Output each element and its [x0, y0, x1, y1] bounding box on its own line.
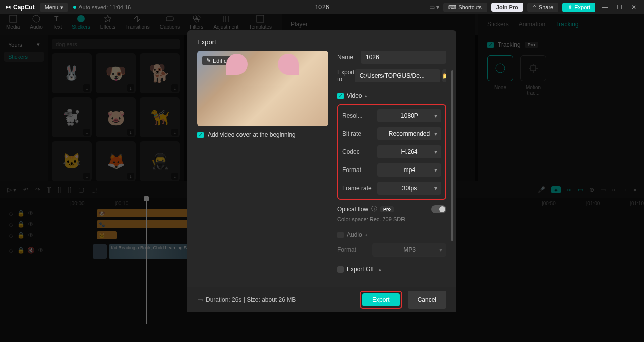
resolution-select[interactable]: 1080P	[377, 109, 441, 122]
capcut-icon	[5, 4, 11, 10]
video-section-label: Video	[347, 92, 362, 99]
export-button-highlight: Export	[360, 291, 403, 309]
folder-icon: 📁	[442, 72, 446, 79]
cover-preview: ✎Edit cover	[197, 51, 328, 126]
exportto-field[interactable]	[355, 69, 440, 82]
export-confirm-button[interactable]: Export	[362, 293, 400, 306]
codec-label: Codec	[342, 148, 377, 155]
cancel-button[interactable]: Cancel	[408, 291, 446, 309]
name-label: Name	[337, 54, 361, 61]
add-cover-label: Add video cover at the beginning	[208, 131, 296, 138]
export-button-top[interactable]: ⇪ Export	[562, 3, 595, 12]
format-select[interactable]: mp4	[377, 163, 441, 177]
caret-up-icon[interactable]: ▴	[379, 267, 381, 272]
name-field[interactable]	[361, 51, 446, 64]
format-label: Format	[342, 166, 377, 174]
optical-flow-toggle[interactable]	[431, 205, 446, 213]
exportto-label: Export to	[337, 69, 355, 83]
add-cover-checkbox[interactable]: ✓	[197, 132, 204, 138]
audio-section-label: Audio	[347, 231, 362, 238]
resolution-label: Resol...	[342, 112, 377, 119]
frame-icon: ▭	[197, 296, 203, 303]
app-logo: CapCut	[5, 4, 35, 11]
status-dot-icon	[73, 6, 76, 9]
framerate-label: Frame rate	[342, 185, 377, 192]
bitrate-select[interactable]: Recommended	[377, 127, 441, 140]
audio-format-select: MP3	[372, 243, 446, 256]
layout-icon[interactable]: ▭ ▾	[429, 4, 439, 11]
menu-button[interactable]: Menu ▾	[40, 3, 69, 12]
colorspace-info: Color space: Rec. 709 SDR	[337, 216, 446, 222]
video-settings-highlight: Resol...1080P Bit rateRecommended CodecH…	[337, 104, 446, 200]
audio-format-label: Format	[337, 246, 372, 253]
info-icon[interactable]: ⓘ	[371, 205, 377, 213]
optical-flow-label: Optical flow	[337, 206, 368, 213]
keyboard-icon: ⌨	[448, 4, 456, 11]
scrollbar[interactable]	[451, 70, 453, 241]
chevron-down-icon: ▾	[60, 4, 63, 11]
maximize-icon[interactable]: ☐	[614, 4, 625, 11]
export-dialog: Export ✎Edit cover ✓ Add video cover at …	[187, 30, 456, 312]
export-icon: ⇪	[568, 4, 572, 11]
project-title: 1026	[315, 4, 329, 11]
browse-folder-button[interactable]: 📁	[442, 69, 446, 82]
minimize-icon[interactable]: —	[599, 4, 610, 11]
duration-info: Duration: 26s | Size: about 26 MB	[206, 296, 296, 303]
audio-section-checkbox[interactable]	[337, 232, 344, 238]
codec-select[interactable]: H.264	[377, 145, 441, 158]
caret-up-icon[interactable]: ▴	[365, 93, 367, 98]
caret-up-icon[interactable]: ▴	[365, 232, 368, 237]
share-icon: ⇧	[532, 4, 537, 11]
close-icon[interactable]: ✕	[629, 4, 639, 11]
shortcuts-button[interactable]: ⌨ Shortcuts	[443, 3, 487, 12]
bitrate-label: Bit rate	[342, 130, 377, 137]
gif-section-label: Export GIF	[347, 266, 376, 273]
pencil-icon: ✎	[206, 57, 211, 64]
framerate-select[interactable]: 30fps	[377, 182, 441, 195]
pro-badge: Pro	[380, 206, 394, 212]
top-bar: CapCut Menu ▾ Auto saved: 11:04:16 1026 …	[0, 0, 644, 14]
dialog-title: Export	[187, 30, 456, 51]
autosave-status: Auto saved: 11:04:16	[73, 4, 131, 10]
gif-section-checkbox[interactable]	[337, 266, 344, 273]
share-button[interactable]: ⇧ Share	[527, 3, 558, 12]
join-pro-button[interactable]: Join Pro	[491, 3, 523, 12]
video-section-checkbox[interactable]: ✓	[337, 93, 344, 99]
